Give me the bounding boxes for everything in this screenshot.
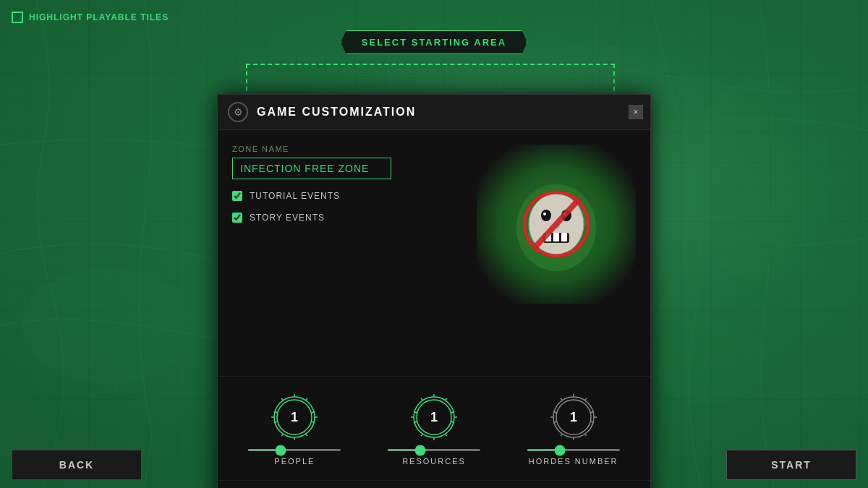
story-events-label: STORY EVENTS [250, 213, 325, 223]
game-logo [477, 145, 636, 304]
logo-image [477, 145, 636, 304]
modal-left-column: ZONE NAME TUTORIAL EVENTS STORY EVENTS [232, 145, 477, 369]
svg-line-59 [584, 434, 587, 436]
game-customization-modal: ⚙ GAME CUSTOMIZATION × ZONE NAME TUTORIA… [217, 94, 651, 488]
story-events-row[interactable]: STORY EVENTS [232, 213, 462, 223]
svg-line-61 [561, 434, 563, 436]
svg-line-55 [584, 398, 587, 401]
story-events-checkbox[interactable] [232, 213, 242, 223]
zone-name-input[interactable] [232, 158, 391, 179]
svg-rect-18 [553, 233, 559, 241]
svg-line-31 [281, 434, 284, 436]
gear-icon: ⚙ [228, 102, 248, 122]
modal-header: ⚙ GAME CUSTOMIZATION × [218, 95, 650, 130]
svg-line-25 [305, 398, 307, 401]
svg-line-44 [445, 434, 447, 436]
svg-rect-19 [561, 233, 567, 241]
modal-body: ZONE NAME TUTORIAL EVENTS STORY EVENTS [218, 130, 650, 369]
highlight-tiles-toggle[interactable]: HIGHLIGHT PLAYABLE TILES [12, 12, 169, 23]
svg-line-35 [281, 398, 284, 401]
highlight-tiles-checkbox[interactable] [12, 12, 23, 23]
tutorial-events-row[interactable]: TUTORIAL EVENTS [232, 191, 462, 201]
svg-line-50 [421, 398, 423, 401]
tutorial-events-label: TUTORIAL EVENTS [250, 191, 340, 201]
select-area-banner: SELECT STARTING AREA [341, 30, 527, 54]
bottom-bar: BACK START [0, 442, 868, 488]
svg-point-11 [541, 210, 551, 221]
svg-text:1: 1 [291, 410, 298, 424]
start-button[interactable]: START [726, 450, 856, 480]
zone-name-label: ZONE NAME [232, 145, 462, 153]
back-button[interactable]: BACK [12, 450, 142, 480]
modal-close-button[interactable]: × [629, 105, 643, 119]
svg-point-5 [687, 80, 832, 282]
svg-line-29 [305, 434, 307, 436]
svg-point-6 [651, 318, 767, 405]
svg-line-65 [561, 398, 563, 401]
svg-point-13 [543, 213, 546, 215]
modal-title: GAME CUSTOMIZATION [257, 106, 416, 119]
svg-line-46 [421, 434, 423, 436]
svg-text:1: 1 [570, 410, 577, 424]
svg-line-40 [445, 398, 447, 401]
hordes-dial: 1 [548, 391, 600, 443]
svg-point-4 [22, 267, 195, 383]
svg-text:1: 1 [430, 410, 438, 424]
tutorial-events-checkbox[interactable] [232, 191, 242, 201]
resources-dial: 1 [408, 391, 460, 443]
people-dial: 1 [268, 391, 320, 443]
highlight-tiles-label: HIGHLIGHT PLAYABLE TILES [29, 12, 169, 22]
